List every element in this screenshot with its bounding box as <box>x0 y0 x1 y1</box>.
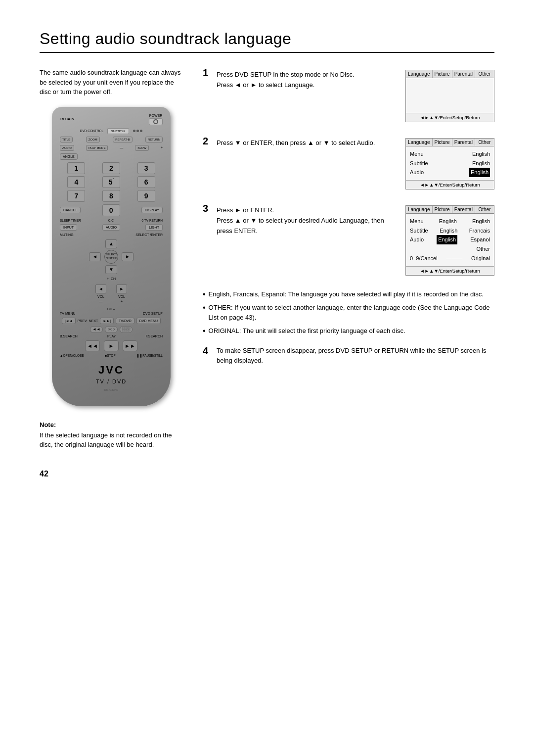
arrow-left-button[interactable]: ◄ <box>89 252 101 261</box>
return-button[interactable]: RETURN <box>145 137 163 142</box>
enter-button[interactable]: SELECT/ENTER <box>104 250 118 264</box>
bullet-2: • OTHER: If you want to select another l… <box>203 303 494 322</box>
step1-screen-body <box>406 78 494 113</box>
page-title: Setting audio soundtrack language <box>40 30 494 53</box>
step3-instructions: Press ► or ENTER. Press ▲ or ▼ to select… <box>217 205 494 275</box>
remote-model-number: RM-C39HD <box>60 388 163 391</box>
angle-row: ANGLE <box>60 153 163 160</box>
main-layout: The same audio soundtrack language can a… <box>40 68 494 478</box>
step2-header: 2 Press ▼ or ENTER, then press ▲ or ▼ to… <box>203 136 494 189</box>
cancel-display-row: CANCEL 0 DISPLAY <box>60 204 163 216</box>
num1-button[interactable]: 1 <box>67 162 85 174</box>
bullet-dot-2: • <box>203 303 206 322</box>
audio-label: Audio <box>410 168 424 177</box>
step2-screen: Language Picture Parental Other Menu Eng… <box>405 138 494 189</box>
zoom-button[interactable]: ZOOM <box>86 137 100 142</box>
menu-value: English <box>472 149 490 159</box>
input-button[interactable]: INPUT <box>60 224 77 231</box>
audio-button[interactable]: AUDIO <box>60 145 74 151</box>
num5-button[interactable]: 5 <box>102 176 120 188</box>
s3-row-cancel: 0–9/Cancel ——— Original <box>410 254 490 263</box>
angle-button[interactable]: ANGLE <box>60 153 78 160</box>
s3-col-other: Other <box>475 206 494 213</box>
light-button[interactable]: LIGHT <box>145 224 163 231</box>
bullet-3: • ORIGINAL: The unit will select the fir… <box>203 326 494 336</box>
vol-right-button[interactable]: ► <box>116 284 127 293</box>
slow-button[interactable]: SLOW <box>135 145 149 151</box>
step2-instructions: Press ▼ or ENTER, then press ▲ or ▼ to s… <box>217 138 494 189</box>
subtitle-label: Subtitle <box>410 159 428 168</box>
step1-desc: Press DVD SETUP in the stop mode or No D… <box>217 70 399 91</box>
s2-col-other: Other <box>475 139 494 146</box>
rewind-oval[interactable]: ◄◄ <box>90 326 103 333</box>
cancel-button[interactable]: CANCEL <box>60 207 81 213</box>
step1-number: 1 <box>203 68 212 122</box>
title-zoom-row: TITLE ZOOM REPEAT-B RETURN <box>60 137 163 142</box>
dvd-menu-button[interactable]: DVD MENU <box>136 318 161 324</box>
subtitle-value: English <box>472 159 490 168</box>
step1-screen-header: Language Picture Parental Other <box>406 70 494 78</box>
screen-row-menu: Menu English <box>410 149 490 159</box>
num4-button[interactable]: 4 <box>67 176 85 188</box>
num2-button[interactable]: 2 <box>102 162 120 174</box>
ffwd-oval[interactable]: ░░░ <box>120 326 133 333</box>
title-button[interactable]: TITLE <box>60 137 73 142</box>
step-2: 2 Press ▼ or ENTER, then press ▲ or ▼ to… <box>203 136 494 189</box>
bullet-text-3: ORIGINAL: The unit will select the first… <box>209 326 405 336</box>
bullet-dot-3: • <box>203 326 206 336</box>
s3-row-subtitle: Subtitle English Francais <box>410 226 490 236</box>
muting-select-row: MUTING SELECT /ENTER <box>60 233 163 236</box>
playmode-button[interactable]: PLAY MODE <box>86 145 108 151</box>
num3-button[interactable]: 3 <box>137 162 155 174</box>
intro-text: The same audio soundtrack language can a… <box>40 68 183 97</box>
s2-col-picture: Picture <box>433 139 452 146</box>
ffwd-button[interactable]: ►► <box>123 340 137 351</box>
arrow-up-button[interactable]: ▲ <box>105 239 117 248</box>
arrow-right-button[interactable]: ► <box>122 252 134 261</box>
power-button[interactable] <box>149 118 163 125</box>
subtitle-button[interactable]: SUBTITLE <box>107 128 129 134</box>
next-button[interactable]: ►►| <box>100 318 114 324</box>
step3-content: Press ► or ENTER. Press ▲ or ▼ to select… <box>217 203 494 275</box>
dvd-control-label: DVD CONTROL <box>80 129 103 133</box>
step-4: 4 To make SETUP screen disappear, press … <box>203 346 494 367</box>
jvc-logo: JVC <box>60 364 163 377</box>
step2-screen-footer: ◄►▲▼/Enter/Setup/Return <box>406 180 494 189</box>
step3-number: 3 <box>203 203 212 275</box>
num7-button[interactable]: 7 <box>67 190 85 202</box>
prev-next-row: |◄◄ PREV NEXT ►►| TV/DVD DVD MENU <box>60 318 163 324</box>
menu-label: Menu <box>410 149 424 159</box>
audio2-button[interactable]: AUDIO <box>102 224 120 231</box>
num9-button[interactable]: 9 <box>137 190 155 202</box>
repeat-ab-button[interactable]: REPEAT-B <box>113 137 132 142</box>
num8-button[interactable]: 8 <box>102 190 120 202</box>
s3-row-audio: Audio English Espanol <box>410 235 490 244</box>
tv-catv-label: TV CATV <box>60 114 74 122</box>
audio-value: English <box>469 168 490 177</box>
num6-button[interactable]: 6 <box>137 176 155 188</box>
step2-screen-header: Language Picture Parental Other <box>406 139 494 146</box>
arrow-down-button[interactable]: ▼ <box>105 265 117 274</box>
step3-screen-footer: ◄►▲▼/Enter/Setup/Return <box>406 266 494 275</box>
ooo-oval[interactable]: ○○○ <box>105 326 118 333</box>
col-picture: Picture <box>433 70 452 78</box>
small-ovals-row: ◄◄ ○○○ ░░░ <box>60 326 163 333</box>
screen-row-audio: Audio English <box>410 168 490 177</box>
tv-dvd-button[interactable]: TV/DVD <box>116 318 134 324</box>
step3-screen-header: Language Picture Parental Other <box>406 206 494 214</box>
play-button[interactable]: ► <box>104 340 119 351</box>
rewind-button[interactable]: ◄◄ <box>85 340 100 351</box>
bullets-section: • English, Francais, Espanol: The langua… <box>203 289 494 336</box>
bsearch-fsearch-row: B.SEARCH PLAY F.SEARCH <box>60 334 163 338</box>
prev-button[interactable]: |◄◄ <box>62 318 76 324</box>
bullet-text-2: OTHER: If you want to select another lan… <box>209 303 494 322</box>
dot3 <box>140 130 142 132</box>
three-dots <box>133 130 142 132</box>
display-button[interactable]: DISPLAY <box>141 207 163 213</box>
vol-left-button[interactable]: ◄ <box>95 284 106 293</box>
step-3: 3 Press ► or ENTER. Press ▲ or ▼ to sele… <box>203 203 494 275</box>
col-parental: Parental <box>452 70 475 78</box>
num0-button[interactable]: 0 <box>102 204 120 216</box>
step2-screen-body: Menu English Subtitle English Audio Engl… <box>406 146 494 180</box>
step2-number: 2 <box>203 136 212 189</box>
